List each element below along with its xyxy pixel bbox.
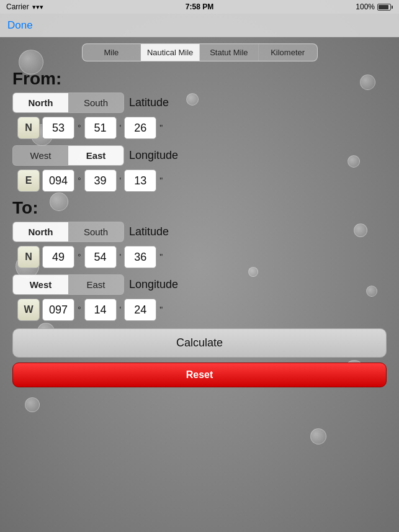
from-lat-sec-sym: " (159, 123, 163, 133)
to-lat-minutes-field[interactable]: 54 (84, 246, 117, 268)
to-lat-degrees-field[interactable]: 49 (42, 246, 74, 268)
from-lat-minutes-field[interactable]: 51 (84, 117, 117, 139)
reset-button[interactable]: Reset (12, 363, 387, 387)
from-lat-seconds-field[interactable]: 26 (124, 117, 156, 139)
to-lon-min-sym: ' (120, 305, 122, 315)
unit-statut-button[interactable]: Statut Mile (200, 44, 259, 61)
from-lon-label: Longitude (129, 149, 178, 162)
to-lat-dms: N 49 ° 54 ' 36 " (17, 246, 387, 268)
from-lat-degrees-field[interactable]: 53 (42, 117, 74, 139)
unit-selector: Mile Nautical Mile Statut Mile Kilometer (82, 43, 318, 61)
from-lon-dms: E 094 ° 39 ' 13 " (17, 169, 387, 192)
to-lat-sec-sym: " (159, 252, 163, 262)
to-lon-east-button[interactable]: East (68, 275, 123, 294)
to-lon-label: Longitude (129, 278, 178, 291)
from-latitude-row: North South Latitude (12, 92, 387, 113)
calculate-button[interactable]: Calculate (12, 328, 387, 358)
from-lon-toggle: West East (12, 145, 124, 166)
from-lat-deg-sym: ° (78, 123, 81, 133)
to-section: To: North South Latitude N 49 ° 54 ' 36 … (12, 198, 387, 321)
from-lon-sec-sym: " (159, 176, 163, 186)
from-lat-south-button[interactable]: South (68, 93, 123, 112)
from-lon-deg-sym: ° (78, 176, 81, 186)
to-lon-sec-sym: " (159, 305, 163, 315)
from-lat-label: Latitude (129, 96, 169, 109)
to-lon-seconds-field[interactable]: 24 (124, 299, 156, 321)
carrier-label: Carrier (6, 2, 29, 11)
from-lon-degrees-field[interactable]: 094 (42, 169, 74, 192)
from-longitude-row: West East Longitude (12, 145, 387, 166)
battery-icon (377, 4, 393, 11)
from-lon-min-sym: ' (120, 176, 122, 186)
battery-percent-label: 100% (356, 2, 375, 11)
wifi-icon: ▾▾▾ (32, 3, 43, 11)
from-lat-toggle: North South (12, 92, 124, 113)
status-time: 7:58 PM (186, 2, 213, 11)
from-lat-direction-badge[interactable]: N (17, 117, 40, 139)
to-lon-degrees-field[interactable]: 097 (42, 299, 74, 321)
from-lon-seconds-field[interactable]: 13 (124, 169, 156, 192)
to-lon-dms: W 097 ° 14 ' 24 " (17, 299, 387, 321)
to-latitude-row: North South Latitude (12, 222, 387, 242)
to-lon-west-button[interactable]: West (13, 275, 68, 294)
to-label: To: (12, 198, 387, 218)
status-left: Carrier ▾▾▾ (6, 2, 43, 11)
to-lat-seconds-field[interactable]: 36 (124, 246, 156, 268)
from-lon-direction-badge[interactable]: E (17, 169, 40, 192)
main-content: Mile Nautical Mile Statut Mile Kilometer… (0, 37, 399, 532)
from-section: From: North South Latitude N 53 ° 51 ' 2… (12, 69, 387, 192)
from-lat-north-button[interactable]: North (13, 93, 68, 112)
unit-nautical-button[interactable]: Nautical Mile (141, 44, 200, 61)
to-lon-toggle: West East (12, 274, 124, 295)
from-lon-west-button[interactable]: West (13, 146, 68, 165)
nav-bar: Done (0, 14, 399, 37)
from-label: From: (12, 69, 387, 89)
to-lat-min-sym: ' (120, 252, 122, 262)
from-lat-dms: N 53 ° 51 ' 26 " (17, 117, 387, 139)
unit-mile-button[interactable]: Mile (83, 44, 141, 61)
to-lon-direction-badge[interactable]: W (17, 299, 40, 321)
to-lat-toggle: North South (12, 222, 124, 242)
status-right: 100% (356, 2, 393, 11)
from-lon-east-button[interactable]: East (68, 146, 123, 165)
to-lon-minutes-field[interactable]: 14 (84, 299, 117, 321)
to-lon-deg-sym: ° (78, 305, 81, 315)
to-lat-deg-sym: ° (78, 252, 81, 262)
to-longitude-row: West East Longitude (12, 274, 387, 295)
to-lat-direction-badge[interactable]: N (17, 246, 40, 268)
from-lat-min-sym: ' (120, 123, 122, 133)
from-lon-minutes-field[interactable]: 39 (84, 169, 117, 192)
done-button[interactable]: Done (7, 19, 33, 32)
unit-kilometer-button[interactable]: Kilometer (259, 44, 317, 61)
to-lat-label: Latitude (129, 225, 169, 238)
to-lat-north-button[interactable]: North (13, 222, 68, 241)
to-lat-south-button[interactable]: South (68, 222, 123, 241)
status-bar: Carrier ▾▾▾ 7:58 PM 100% (0, 0, 399, 14)
